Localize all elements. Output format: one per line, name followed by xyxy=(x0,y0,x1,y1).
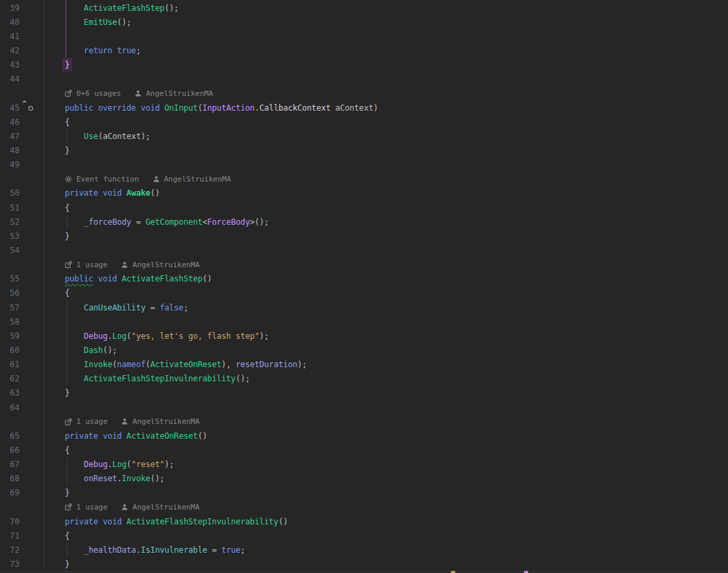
token[interactable]: . xyxy=(107,460,112,469)
token[interactable]: return xyxy=(84,46,112,55)
line-number[interactable]: 42 xyxy=(0,46,20,55)
token[interactable]: >(); xyxy=(250,217,269,227)
token[interactable]: Log xyxy=(112,331,126,341)
gutter-zone[interactable] xyxy=(20,215,65,229)
line-number[interactable]: 72 xyxy=(0,545,20,555)
token[interactable]: ( xyxy=(126,460,131,469)
annotation-label[interactable]: 1 usage xyxy=(76,261,107,269)
token[interactable]: public xyxy=(65,103,93,113)
token[interactable]: _forceBody xyxy=(84,217,131,227)
gutter-zone[interactable]: ^ xyxy=(20,101,65,115)
token[interactable]: onReset xyxy=(84,474,117,483)
line-number[interactable]: 52 xyxy=(0,217,20,227)
annotation-author[interactable]: AngelStruikenMA xyxy=(164,175,231,184)
token[interactable]: ); xyxy=(259,331,269,341)
token[interactable]: } xyxy=(65,146,70,155)
token[interactable]: "reset" xyxy=(131,460,164,469)
token[interactable] xyxy=(117,274,122,283)
code-text[interactable]: onReset.Invoke(); xyxy=(65,474,728,483)
code-text[interactable]: CanUseAbility = false; xyxy=(65,303,728,312)
line-number[interactable]: 62 xyxy=(0,374,20,383)
token[interactable] xyxy=(65,374,84,383)
code-text[interactable]: Dash(); xyxy=(65,346,728,355)
token[interactable]: override xyxy=(98,103,136,113)
token[interactable]: ActivateFlashStep xyxy=(122,274,202,283)
gutter-zone[interactable] xyxy=(20,58,65,72)
code-text[interactable]: private void ActivateFlashStepInvulnerab… xyxy=(65,517,728,526)
usages-icon[interactable] xyxy=(65,89,72,97)
line-number[interactable]: 41 xyxy=(0,32,20,41)
token[interactable]: void xyxy=(103,431,122,441)
gutter-zone[interactable] xyxy=(20,329,65,343)
annotation-label[interactable]: Event function xyxy=(76,175,139,184)
token[interactable]: void xyxy=(103,188,122,198)
gutter-zone[interactable] xyxy=(20,143,65,157)
code-editor[interactable]: 39 ActivateFlashStep();40 EmitUse();4142… xyxy=(0,0,728,573)
token[interactable]: ActivateFlashStep xyxy=(84,3,164,13)
token[interactable]: EmitUse xyxy=(84,18,117,27)
token[interactable]: { xyxy=(65,117,70,127)
code-text[interactable]: { xyxy=(65,445,728,455)
gutter-zone[interactable] xyxy=(20,300,65,315)
line-number[interactable]: 55 xyxy=(0,274,20,283)
gutter-zone[interactable] xyxy=(20,115,65,129)
gutter-zone[interactable] xyxy=(20,286,65,300)
override-gutter-icon[interactable]: ^ xyxy=(22,101,37,115)
line-number[interactable]: 64 xyxy=(0,403,20,412)
annotation-label[interactable]: 1 usage xyxy=(76,503,107,512)
token[interactable]: ( xyxy=(126,331,131,341)
token[interactable]: aContext xyxy=(103,132,140,141)
line-number[interactable]: 61 xyxy=(0,360,20,369)
token[interactable]: GetComponent xyxy=(145,217,202,227)
token[interactable]: Debug xyxy=(84,331,107,341)
token[interactable]: ( xyxy=(112,360,117,369)
token[interactable]: } xyxy=(65,560,70,569)
code-text[interactable]: } xyxy=(65,146,728,155)
token[interactable]: < xyxy=(203,217,207,227)
token[interactable]: ), xyxy=(222,360,236,369)
token[interactable]: ) xyxy=(373,103,378,113)
line-number[interactable]: 48 xyxy=(0,146,20,155)
token[interactable]: private xyxy=(65,517,98,526)
token[interactable]: Debug xyxy=(84,460,107,469)
token[interactable]: OnInput xyxy=(165,103,198,113)
token[interactable]: () xyxy=(198,431,207,441)
token[interactable]: _healthData xyxy=(84,545,136,555)
line-number[interactable]: 45 xyxy=(0,103,20,113)
token[interactable] xyxy=(65,346,84,355)
token[interactable]: = xyxy=(131,217,145,227)
gutter-zone[interactable] xyxy=(20,29,65,43)
token[interactable]: . xyxy=(136,545,140,555)
gutter-zone[interactable] xyxy=(20,43,65,57)
token[interactable] xyxy=(65,3,84,13)
unity-event-icon[interactable] xyxy=(65,175,72,183)
code-text[interactable]: { xyxy=(65,531,728,541)
token[interactable]: true xyxy=(222,545,240,555)
gutter-zone[interactable] xyxy=(20,472,65,486)
token[interactable]: CallbackContext xyxy=(259,103,330,113)
event-function-annotation[interactable]: Event functionAngelStruikenMA xyxy=(0,172,728,186)
annotation-author[interactable]: AngelStruikenMA xyxy=(146,89,213,98)
gutter-zone[interactable] xyxy=(20,528,65,543)
token[interactable]: } xyxy=(65,388,70,398)
token[interactable]: } xyxy=(65,231,70,241)
token[interactable] xyxy=(65,331,84,341)
code-text[interactable]: { xyxy=(65,288,728,298)
code-text[interactable]: } xyxy=(65,388,728,398)
usages-icon[interactable] xyxy=(65,503,72,511)
code-text[interactable]: } xyxy=(65,58,728,72)
code-text[interactable]: EmitUse(); xyxy=(65,18,728,27)
code-text[interactable]: Use(aContext); xyxy=(65,132,728,141)
token[interactable]: (); xyxy=(236,374,250,383)
annotation-label[interactable]: 1 usage xyxy=(76,417,107,426)
token[interactable]: () xyxy=(278,517,288,526)
line-number[interactable]: 59 xyxy=(0,331,20,341)
line-number[interactable]: 73 xyxy=(0,560,20,569)
line-number[interactable]: 58 xyxy=(0,317,20,327)
token[interactable] xyxy=(98,517,103,526)
token[interactable]: false xyxy=(160,303,184,312)
token[interactable]: ; xyxy=(240,545,245,555)
token[interactable]: { xyxy=(65,445,70,455)
gutter-zone[interactable] xyxy=(20,429,65,443)
token[interactable] xyxy=(112,46,117,55)
